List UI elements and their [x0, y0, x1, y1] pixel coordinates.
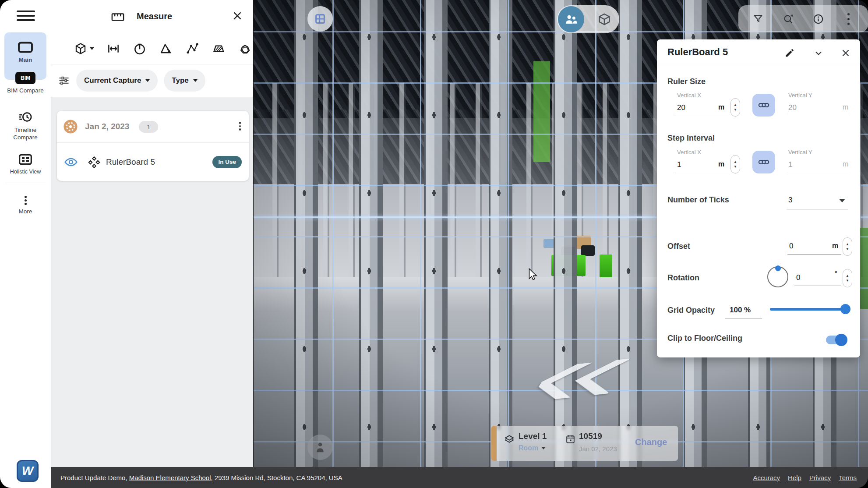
type-filter-dropdown[interactable]: Type: [164, 70, 205, 92]
polyline-tool-button[interactable]: [184, 39, 201, 58]
ruler-size-x-value[interactable]: 20: [677, 103, 685, 112]
location-accent-bar: [491, 426, 497, 461]
link-xy-button[interactable]: [752, 151, 775, 173]
link-icon: [758, 156, 770, 168]
measure-filters: Current Capture Type: [51, 64, 253, 97]
group-more-button[interactable]: [239, 120, 241, 132]
measurement-list: Jan 2, 2023 1 RulerBoard 5 In Use: [51, 97, 253, 467]
grid-opacity-value[interactable]: 100 %: [730, 306, 751, 315]
footer-link-terms[interactable]: Terms: [839, 474, 857, 481]
volume-tool-button[interactable]: [236, 39, 253, 58]
close-panel-button[interactable]: [838, 46, 853, 60]
menu-button[interactable]: [17, 11, 35, 22]
dial-tool-button[interactable]: [131, 39, 148, 58]
sidebar-item-label: Timeline Compare: [6, 126, 45, 141]
link-icon: [758, 99, 770, 111]
info-icon: [812, 13, 824, 25]
edit-button[interactable]: [782, 46, 797, 60]
ruler-size-y-unit: m: [843, 103, 848, 111]
area-tool-button[interactable]: [210, 39, 227, 58]
link-xy-button[interactable]: [752, 94, 775, 117]
area-polygon-icon: [211, 42, 226, 55]
close-measure-button[interactable]: [229, 8, 245, 24]
measure-header: Measure: [51, 0, 253, 31]
layers-icon: [504, 434, 515, 445]
level-label: Level 1: [519, 431, 547, 441]
rotation-unit: °: [835, 270, 837, 277]
capture-filter-dropdown[interactable]: Current Capture: [76, 70, 158, 92]
slider-thumb[interactable]: [840, 304, 850, 314]
rotation-stepper[interactable]: ▲▼: [843, 269, 852, 287]
step-interval-x-value[interactable]: 1: [677, 160, 681, 169]
sidebar-item-more[interactable]: More: [0, 194, 51, 215]
viewer-more-button[interactable]: [840, 10, 857, 28]
site-address: Product Update Demo, Madison Elementary …: [60, 474, 342, 481]
funnel-icon: [752, 13, 764, 25]
divider: [5, 183, 46, 183]
calendar-icon: [565, 434, 576, 445]
footer-prefix: Product Update Demo,: [60, 474, 129, 481]
app-window: Level 1 Room 10519 Jan 02, 2023 Change R…: [0, 0, 868, 488]
step-interval-label: Step Interval: [667, 134, 715, 143]
capture-id: 10519: [579, 431, 602, 441]
offset-label: Offset: [667, 242, 690, 251]
sidebar-item-bim-compare[interactable]: BIM BIM Compare: [0, 72, 51, 94]
distance-icon: [106, 42, 121, 55]
change-button[interactable]: Change: [635, 437, 667, 447]
input-underline: [675, 115, 729, 115]
bim-icon: BIM: [0, 72, 51, 84]
search-icon: [782, 13, 794, 25]
group-count-badge: 1: [139, 121, 158, 133]
minimap-button[interactable]: [307, 6, 333, 32]
footer-link-privacy[interactable]: Privacy: [809, 474, 831, 481]
capture-sphere-icon: [63, 119, 78, 134]
search-button[interactable]: [780, 10, 797, 28]
ruler-size-y-value[interactable]: 20: [788, 103, 797, 112]
visibility-eye-icon[interactable]: [64, 157, 78, 167]
step-interval-x-stepper[interactable]: ▲▼: [730, 155, 740, 173]
tune-filter-icon[interactable]: [58, 74, 70, 87]
footer-link-help[interactable]: Help: [788, 474, 801, 481]
step-interval-y-value[interactable]: 1: [788, 160, 792, 169]
distance-tool-button[interactable]: [105, 39, 122, 58]
people-360-icon: [564, 12, 579, 27]
offset-value[interactable]: 0: [789, 242, 793, 251]
bim-mode-button[interactable]: [597, 12, 611, 26]
rotation-value[interactable]: 0: [796, 273, 800, 282]
room-label: Room: [519, 444, 538, 452]
angle-icon: [159, 42, 173, 56]
toggle-knob[interactable]: [835, 334, 847, 346]
grid-opacity-slider[interactable]: [770, 308, 849, 311]
group-header-row[interactable]: Jan 2, 2023 1: [57, 111, 249, 142]
app-sidebar: Main BIM BIM Compare Timeline Compare: [0, 0, 51, 488]
info-button[interactable]: [810, 10, 827, 28]
measurement-item-row[interactable]: RulerBoard 5 In Use: [57, 143, 249, 181]
angle-tool-button[interactable]: [158, 39, 174, 58]
brand-logo[interactable]: W: [17, 460, 39, 482]
sidebar-item-label: More: [0, 208, 51, 215]
offset-stepper[interactable]: ▲▼: [843, 237, 852, 256]
site-link[interactable]: Madison Elementary School: [129, 474, 211, 481]
sidebar-item-timeline-compare[interactable]: Timeline Compare: [0, 110, 51, 141]
dial-handle[interactable]: [775, 265, 781, 271]
chevron-down-icon: [813, 48, 824, 58]
ticks-dropdown-caret[interactable]: [839, 199, 845, 202]
collapse-button[interactable]: [811, 46, 826, 60]
filter-button[interactable]: [749, 10, 767, 28]
pegman-button[interactable]: [307, 435, 333, 460]
measure-mode-button[interactable]: [73, 39, 95, 58]
person-icon: [314, 441, 327, 454]
ticks-value[interactable]: 3: [788, 196, 792, 205]
input-underline: [787, 254, 841, 255]
footer-link-accuracy[interactable]: Accuracy: [753, 474, 780, 481]
room-dropdown[interactable]: Room: [519, 444, 546, 452]
sidebar-item-holistic-view[interactable]: Holistic View: [0, 153, 51, 176]
group-date: Jan 2, 2023: [85, 122, 129, 131]
clip-toggle[interactable]: [826, 336, 846, 344]
pencil-icon: [784, 48, 795, 58]
capture-mode-button[interactable]: [558, 6, 584, 32]
ruler-size-x-stepper[interactable]: ▲▼: [730, 98, 740, 117]
measure-title: Measure: [137, 11, 172, 21]
rotation-dial[interactable]: [767, 266, 788, 287]
timeline-clock-icon: [0, 110, 51, 124]
